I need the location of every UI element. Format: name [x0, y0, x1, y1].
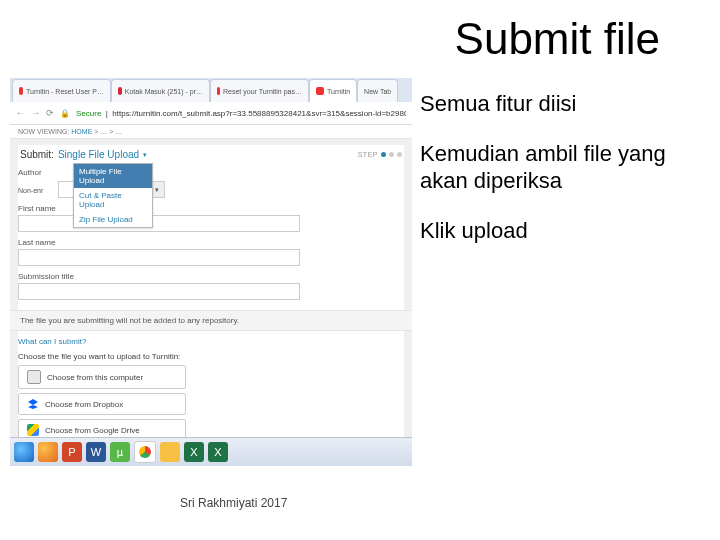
favicon-icon [217, 87, 220, 95]
url-text[interactable]: Secure | https://turnitin.com/t_submit.a… [76, 109, 406, 118]
browser-tab[interactable]: New Tab [357, 79, 398, 102]
windows-taskbar: P W µ X X [10, 437, 412, 466]
utorrent-icon[interactable]: µ [110, 442, 130, 462]
choose-from-computer-button[interactable]: Choose from this computer [18, 365, 186, 389]
forward-icon[interactable]: → [31, 108, 40, 118]
tab-label: Turnitin [327, 88, 350, 95]
reload-icon[interactable]: ⟳ [46, 108, 54, 118]
step-indicator: STEP [358, 151, 402, 158]
submit-label: Submit: [20, 149, 54, 160]
chrome-icon[interactable] [134, 441, 156, 463]
slide-title: Submit file [455, 14, 660, 64]
google-drive-icon [27, 424, 39, 436]
firefox-icon[interactable] [38, 442, 58, 462]
nonenrolled-label: Non-enr [18, 187, 52, 194]
powerpoint-icon[interactable]: P [62, 442, 82, 462]
url-value: https://turnitin.com/t_submit.asp?r=33.5… [112, 109, 406, 118]
annotation-line-2: Kemudian ambil file yang akan diperiksa [420, 140, 690, 195]
word-icon[interactable]: W [86, 442, 106, 462]
upload-type-option[interactable]: Cut & Paste Upload [74, 188, 152, 212]
last-name-label: Last name [18, 238, 404, 247]
embedded-browser-screenshot: Turnitin - Reset User P… Kotak Masuk (25… [10, 78, 412, 466]
browser-tab-active[interactable]: Turnitin [309, 79, 357, 102]
browser-tab[interactable]: Reset your Turnitin pas… [210, 79, 309, 102]
secure-label: Secure [76, 109, 101, 118]
last-name-input[interactable] [18, 249, 300, 266]
button-label: Choose from this computer [47, 373, 143, 382]
submission-title-input[interactable] [18, 283, 300, 300]
back-icon[interactable]: ← [16, 108, 25, 118]
computer-icon [27, 370, 41, 384]
annotation-column: Semua fitur diisi Kemudian ambil file ya… [420, 90, 690, 266]
upload-type-dropdown[interactable]: Single File Upload [58, 149, 139, 160]
dropbox-icon [27, 398, 39, 410]
tab-label: Reset your Turnitin pas… [223, 88, 302, 95]
choose-file-label: Choose the file you want to upload to Tu… [18, 352, 404, 361]
first-name-input[interactable] [18, 215, 300, 232]
favicon-icon [316, 87, 324, 95]
step-dot-3 [397, 152, 402, 157]
slide-footer: Sri Rakhmiyati 2017 [180, 496, 287, 510]
breadcrumb-rest: > … > … [94, 128, 122, 135]
upload-type-option[interactable]: Zip File Upload [74, 212, 152, 227]
address-bar: ← → ⟳ 🔒 Secure | https://turnitin.com/t_… [10, 102, 412, 125]
submit-panel: Submit: Single File Upload ▾ STEP Multip… [18, 145, 404, 466]
browser-tab[interactable]: Turnitin - Reset User P… [12, 79, 111, 102]
tab-label: Turnitin - Reset User P… [26, 88, 104, 95]
repository-note: The file you are submitting will not be … [10, 310, 412, 331]
submission-title-label: Submission title [18, 272, 404, 281]
author-label: Author [18, 168, 52, 177]
viewing-prefix: NOW VIEWING: [18, 128, 69, 135]
breadcrumb-bar: NOW VIEWING: HOME > … > … [10, 125, 412, 139]
tab-label: New Tab [364, 88, 391, 95]
step-dot-1 [381, 152, 386, 157]
favicon-icon [118, 87, 122, 95]
button-label: Choose from Google Drive [45, 426, 140, 435]
excel-icon[interactable]: X [208, 442, 228, 462]
annotation-line-1: Semua fitur diisi [420, 90, 690, 118]
annotation-line-3: Klik upload [420, 217, 690, 245]
ie-icon[interactable] [14, 442, 34, 462]
upload-type-menu: Multiple File Upload Cut & Paste Upload … [73, 163, 153, 228]
lock-icon: 🔒 [60, 109, 70, 118]
choose-from-dropbox-button[interactable]: Choose from Dropbox [18, 393, 186, 415]
excel-icon[interactable]: X [184, 442, 204, 462]
what-can-i-submit-link[interactable]: What can I submit? [18, 337, 404, 346]
browser-tab[interactable]: Kotak Masuk (251) - pr… [111, 79, 210, 102]
tab-label: Kotak Masuk (251) - pr… [125, 88, 203, 95]
upload-type-option[interactable]: Multiple File Upload [74, 164, 152, 188]
step-label: STEP [358, 151, 378, 158]
step-dot-2 [389, 152, 394, 157]
folder-icon[interactable] [160, 442, 180, 462]
button-label: Choose from Dropbox [45, 400, 123, 409]
breadcrumb-home[interactable]: HOME [71, 128, 92, 135]
chevron-down-icon[interactable]: ▾ [143, 151, 147, 159]
browser-tab-strip: Turnitin - Reset User P… Kotak Masuk (25… [10, 78, 412, 102]
favicon-icon [19, 87, 23, 95]
